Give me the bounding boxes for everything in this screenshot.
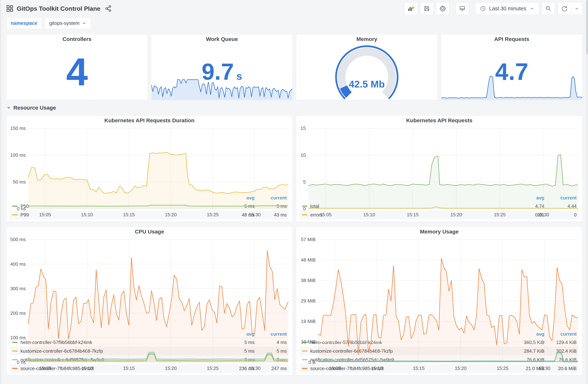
timeseries-chart[interactable]: 15:0515:1015:1515:2015:2515:300 B10 MiB1… <box>298 236 581 330</box>
panel-title[interactable]: Memory Usage <box>296 227 582 236</box>
section-resource-usage[interactable]: Resource Usage <box>6 104 583 112</box>
scrollbar-thumb[interactable] <box>586 0 588 54</box>
page-scrollbar[interactable] <box>586 0 588 384</box>
share-icon[interactable] <box>105 5 112 12</box>
save-icon <box>423 5 430 12</box>
zoom-out-button[interactable] <box>542 2 555 15</box>
svg-text:15:25: 15:25 <box>497 365 508 371</box>
svg-text:15:20: 15:20 <box>165 212 177 217</box>
toolbar-panel-actions <box>404 2 449 15</box>
stat-unit: s <box>236 70 242 82</box>
panel-k8s-api-requests: Kubernetes API Requests 15:0515:1015:151… <box>296 115 583 222</box>
svg-text:29 MiB: 29 MiB <box>301 298 315 304</box>
svg-text:15:30: 15:30 <box>537 212 549 217</box>
refresh-split-button <box>558 2 583 15</box>
dashboard-settings-button[interactable] <box>436 2 449 15</box>
chevron-down-icon <box>529 6 535 11</box>
variable-namespace-value: gitops-system <box>49 21 80 26</box>
svg-text:48 MiB: 48 MiB <box>301 257 315 263</box>
svg-text:0: 0 <box>303 206 306 211</box>
svg-text:10: 10 <box>300 152 306 158</box>
svg-text:38 MiB: 38 MiB <box>301 278 315 283</box>
svg-text:15:10: 15:10 <box>81 212 93 217</box>
stat-value-controllers: 4 <box>6 52 148 91</box>
zoom-out-icon <box>545 5 552 12</box>
svg-text:15:05: 15:05 <box>320 212 332 217</box>
svg-text:15: 15 <box>300 126 306 131</box>
section-chevron-down-icon <box>6 105 11 110</box>
panel-title[interactable]: API Requests <box>441 34 582 44</box>
svg-text:15:15: 15:15 <box>413 365 425 371</box>
gear-icon <box>439 5 446 12</box>
page-title: GitOps Toolkit Control Plane <box>17 5 100 12</box>
svg-text:500 ms: 500 ms <box>10 237 26 242</box>
variables-row: namespace gitops-system <box>6 17 583 29</box>
svg-text:15:10: 15:10 <box>363 212 375 217</box>
variable-namespace-select[interactable]: gitops-system <box>45 17 91 29</box>
timeseries-chart[interactable]: 15:0515:1015:1515:2015:2515:300 ns100 ms… <box>8 236 291 330</box>
svg-text:15:25: 15:25 <box>494 212 505 217</box>
svg-text:200 ms: 200 ms <box>10 310 26 316</box>
svg-text:15:15: 15:15 <box>123 365 135 371</box>
chevron-down-icon <box>574 6 580 11</box>
save-dashboard-button[interactable] <box>420 2 434 15</box>
refresh-interval-button[interactable] <box>571 2 583 15</box>
svg-text:300 ms: 300 ms <box>10 286 26 291</box>
cycle-view-button[interactable] <box>456 2 469 15</box>
svg-text:15:10: 15:10 <box>371 365 383 371</box>
svg-text:15:05: 15:05 <box>329 365 341 371</box>
refresh-button[interactable] <box>558 2 571 15</box>
panel-title[interactable]: Memory <box>296 34 438 44</box>
svg-text:5: 5 <box>303 179 306 185</box>
svg-text:15:25: 15:25 <box>207 212 219 217</box>
panel-title[interactable]: Kubernetes API Requests Duration <box>6 116 293 125</box>
svg-text:400 ms: 400 ms <box>10 261 26 267</box>
panel-api-requests: API Requests 4.7 <box>441 34 583 100</box>
svg-text:15:20: 15:20 <box>450 212 462 217</box>
variable-namespace-label: namespace <box>6 17 42 29</box>
panel-memory: Memory 42.5 Mb <box>296 34 438 100</box>
panel-controllers: Controllers 4 <box>6 34 148 100</box>
svg-text:42.5 Mb: 42.5 Mb <box>349 79 385 89</box>
chevron-down-icon <box>82 21 86 25</box>
panel-memory-usage: Memory Usage 15:0515:1015:1515:2015:2515… <box>296 227 583 376</box>
title-group: GitOps Toolkit Control Plane <box>6 5 112 12</box>
svg-text:15:25: 15:25 <box>207 365 219 371</box>
dashboard-page: GitOps Toolkit Control Plane <box>0 0 588 376</box>
panel-title[interactable]: CPU Usage <box>6 227 293 236</box>
time-range-picker[interactable]: Last 30 minutes <box>475 2 539 15</box>
svg-text:0 ns: 0 ns <box>17 360 26 365</box>
svg-text:19 MiB: 19 MiB <box>301 319 315 324</box>
toolbar: Last 30 minutes <box>404 2 583 15</box>
add-panel-icon <box>407 5 415 12</box>
svg-text:100 ms: 100 ms <box>10 152 26 158</box>
svg-text:15:30: 15:30 <box>249 365 260 371</box>
svg-text:15:05: 15:05 <box>39 212 51 217</box>
panel-title[interactable]: Work Queue <box>151 34 293 44</box>
svg-text:15:10: 15:10 <box>81 365 93 371</box>
section-title: Resource Usage <box>13 105 56 111</box>
dashboard-grid-icon[interactable] <box>6 5 13 12</box>
tv-icon <box>459 5 466 12</box>
svg-text:15:20: 15:20 <box>165 365 177 371</box>
chart-row-2: CPU Usage 15:0515:1015:1515:2015:2515:30… <box>6 227 583 376</box>
add-panel-button[interactable] <box>404 2 418 15</box>
svg-text:15:20: 15:20 <box>455 365 466 371</box>
panel-k8s-api-requests-duration: Kubernetes API Requests Duration 15:0515… <box>6 115 293 222</box>
stat-value-api-requests: 4.7 <box>441 60 582 84</box>
left-edge-strip <box>0 0 1 384</box>
timeseries-chart[interactable]: 15:0515:1015:1515:2015:2515:30051015 <box>298 125 581 194</box>
timeseries-chart[interactable]: 15:0515:1015:1515:2015:2515:300 ns50 ms1… <box>8 125 291 194</box>
toolbar-view-group <box>456 2 469 15</box>
svg-text:0 B: 0 B <box>309 360 315 365</box>
top-bar: GitOps Toolkit Control Plane <box>6 2 583 15</box>
refresh-icon <box>561 5 568 12</box>
svg-text:10 MiB: 10 MiB <box>301 339 315 344</box>
panel-work-queue: Work Queue 9.7s <box>151 34 293 100</box>
stat-value-work-queue: 9.7s <box>151 60 293 83</box>
panel-title[interactable]: Controllers <box>6 34 148 44</box>
panel-title[interactable]: Kubernetes API Requests <box>296 116 582 125</box>
svg-text:15:15: 15:15 <box>407 212 419 217</box>
svg-text:100 ms: 100 ms <box>10 335 26 340</box>
svg-text:15:30: 15:30 <box>249 212 260 217</box>
